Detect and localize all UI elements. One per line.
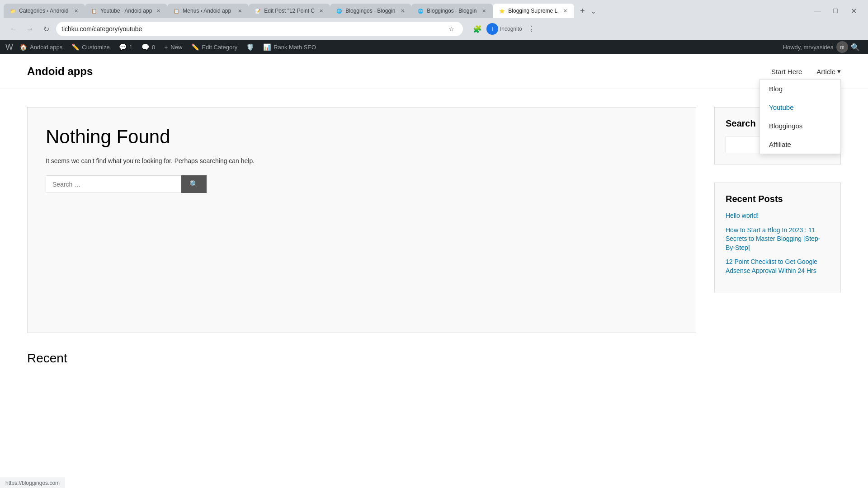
browser-tab-2[interactable]: 📋 Youtube - Andoid app ✕ bbox=[85, 4, 167, 18]
window-close-button[interactable]: ✕ bbox=[846, 4, 861, 18]
back-button[interactable]: ← bbox=[7, 23, 20, 35]
window-controls: — □ ✕ bbox=[810, 4, 864, 18]
avatar[interactable]: m bbox=[836, 41, 848, 53]
rankmath-icon: 📊 bbox=[263, 43, 271, 51]
tab-favicon-4: 📝 bbox=[254, 7, 261, 14]
wp-logo[interactable]: W bbox=[5, 42, 13, 52]
nav-article[interactable]: Article ▾ bbox=[816, 67, 841, 75]
nothing-found: Nothing Found It seems we can't find wha… bbox=[46, 126, 678, 193]
recent-posts-title: Recent Posts bbox=[726, 194, 830, 204]
content-area: Nothing Found It seems we can't find wha… bbox=[27, 107, 696, 333]
tab-close-1[interactable]: ✕ bbox=[72, 7, 80, 14]
dropdown-youtube[interactable]: Youtube bbox=[760, 98, 840, 117]
wp-comments-item[interactable]: 💬 1 bbox=[114, 40, 137, 54]
browser-tab-4[interactable]: 📝 Edit Post "12 Point C ✕ bbox=[249, 4, 330, 18]
recent-posts-widget: Recent Posts Hello world! How to Start a… bbox=[714, 183, 841, 292]
maximize-button[interactable]: □ bbox=[828, 4, 843, 18]
tab-close-4[interactable]: ✕ bbox=[317, 7, 325, 14]
new-tab-button[interactable]: + bbox=[576, 5, 589, 17]
home-icon: 🏠 bbox=[19, 43, 27, 51]
wp-customize-item[interactable]: ✏️ Customize bbox=[67, 40, 114, 54]
tab-close-5[interactable]: ✕ bbox=[399, 7, 406, 14]
content-search-button[interactable]: 🔍 bbox=[181, 175, 207, 193]
wp-edit-category-label: Edit Category bbox=[202, 44, 237, 51]
refresh-button[interactable]: ↻ bbox=[40, 23, 52, 35]
new-comment-icon: 🗨️ bbox=[142, 43, 149, 51]
article-dropdown-arrow: ▾ bbox=[837, 67, 841, 75]
tab-close-3[interactable]: ✕ bbox=[236, 7, 243, 14]
shield-icon: 🛡️ bbox=[246, 43, 254, 51]
nothing-found-text: It seems we can't find what you're looki… bbox=[46, 157, 678, 164]
main-layout: Nothing Found It seems we can't find wha… bbox=[0, 89, 868, 351]
recent-post-link-2[interactable]: How to Start a Blog In 2023 : 11 Secrets… bbox=[726, 226, 820, 251]
browser-tab-7[interactable]: ⭐ Blogging Supreme L ✕ bbox=[493, 4, 574, 18]
wp-new-comment-count: 0 bbox=[152, 44, 155, 51]
site-title: Andoid apps bbox=[27, 65, 93, 78]
wp-new-item[interactable]: + New bbox=[160, 40, 187, 54]
wp-admin-right: Howdy, mrvyasidea m 🔍 bbox=[783, 40, 863, 54]
address-icons: ☆ bbox=[445, 23, 458, 35]
browser-tab-6[interactable]: 🌐 Bloggingos - Bloggin ✕ bbox=[411, 4, 493, 18]
tab-overflow-button[interactable]: ⌄ bbox=[590, 7, 596, 15]
nav-start-here[interactable]: Start Here bbox=[771, 68, 802, 75]
browser-tab-3[interactable]: 📋 Menus ‹ Andoid app ✕ bbox=[167, 4, 249, 18]
tab-close-2[interactable]: ✕ bbox=[155, 7, 162, 14]
address-text: tichku.com/category/youtube bbox=[61, 25, 445, 33]
tab-title-3: Menus ‹ Andoid app bbox=[183, 8, 233, 14]
nav-start-here-label: Start Here bbox=[771, 68, 802, 75]
nav-article-label: Article bbox=[816, 68, 835, 75]
list-item: Hello world! bbox=[726, 211, 830, 221]
wp-rankmath-item[interactable]: 📊 Rank Math SEO bbox=[259, 40, 321, 54]
tab-title-1: Categories ‹ Android bbox=[19, 8, 70, 14]
extensions-icon[interactable]: 🧩 bbox=[470, 22, 485, 36]
dropdown-affiliate[interactable]: Affiliate bbox=[760, 135, 840, 154]
content-search-input[interactable] bbox=[46, 175, 181, 193]
tab-title-2: Youtube - Andoid app bbox=[100, 8, 152, 14]
wp-admin-bar: W 🏠 Andoid apps ✏️ Customize 💬 1 🗨️ 0 + … bbox=[0, 40, 868, 54]
list-item: How to Start a Blog In 2023 : 11 Secrets… bbox=[726, 226, 830, 253]
tab-title-7: Blogging Supreme L bbox=[508, 8, 559, 14]
wp-comments-count: 1 bbox=[129, 44, 132, 51]
tab-close-6[interactable]: ✕ bbox=[480, 7, 487, 14]
address-bar: ← → ↻ tichku.com/category/youtube ☆ 🧩 I … bbox=[0, 18, 868, 40]
wp-site-item[interactable]: 🏠 Andoid apps bbox=[15, 40, 67, 54]
tab-title-5: Bloggingos - Bloggin bbox=[345, 8, 396, 14]
wp-shield-item[interactable]: 🛡️ bbox=[242, 40, 259, 54]
wp-edit-category-item[interactable]: ✏️ Edit Category bbox=[187, 40, 242, 54]
recent-post-link-3[interactable]: 12 Point Checklist to Get Google Adsense… bbox=[726, 258, 817, 274]
status-bar: https://bloggingos.com bbox=[0, 478, 65, 488]
tab-favicon-1: 📁 bbox=[9, 7, 16, 14]
tab-bar: 📁 Categories ‹ Android ✕ 📋 Youtube - And… bbox=[0, 0, 868, 18]
minimize-button[interactable]: — bbox=[810, 4, 825, 18]
nothing-found-title: Nothing Found bbox=[46, 126, 678, 148]
browser-tab-1[interactable]: 📁 Categories ‹ Android ✕ bbox=[4, 4, 85, 18]
search-icon[interactable]: 🔍 bbox=[848, 40, 863, 54]
dropdown-blog[interactable]: Blog bbox=[760, 80, 840, 98]
wp-new-comment-item[interactable]: 🗨️ 0 bbox=[137, 40, 160, 54]
profile-button[interactable]: I bbox=[486, 23, 498, 35]
comments-icon: 💬 bbox=[119, 43, 127, 51]
howdy-text: Howdy, mrvyasidea bbox=[783, 44, 834, 51]
status-url: https://bloggingos.com bbox=[5, 480, 60, 486]
tab-favicon-3: 📋 bbox=[173, 7, 180, 14]
tab-close-7[interactable]: ✕ bbox=[561, 7, 569, 14]
wp-rankmath-label: Rank Math SEO bbox=[274, 44, 316, 51]
browser-tab-5[interactable]: 🌐 Bloggingos - Bloggin ✕ bbox=[330, 4, 411, 18]
plus-icon: + bbox=[164, 43, 168, 51]
address-bar-input[interactable]: tichku.com/category/youtube ☆ bbox=[56, 22, 463, 36]
tab-title-4: Edit Post "12 Point C bbox=[264, 8, 315, 14]
recent-post-link-1[interactable]: Hello world! bbox=[726, 212, 759, 219]
edit-category-icon: ✏️ bbox=[191, 43, 199, 51]
wp-new-label: New bbox=[170, 44, 182, 51]
howdy-label[interactable]: Howdy, mrvyasidea m bbox=[783, 41, 848, 53]
bookmark-icon[interactable]: ☆ bbox=[445, 23, 458, 35]
forward-button[interactable]: → bbox=[24, 23, 36, 35]
recent-posts-list: Hello world! How to Start a Blog In 2023… bbox=[726, 211, 830, 276]
browser-chrome: 📁 Categories ‹ Android ✕ 📋 Youtube - And… bbox=[0, 0, 868, 40]
browser-toolbar-right: 🧩 I Incognito ⋮ bbox=[470, 22, 538, 36]
recent-section-heading: Recent bbox=[0, 351, 868, 375]
dropdown-bloggingos[interactable]: Bloggingos bbox=[760, 117, 840, 135]
article-dropdown: Blog Youtube Bloggingos Affiliate bbox=[760, 79, 841, 154]
site: Andoid apps Start Here Article ▾ Blog Yo… bbox=[0, 54, 868, 488]
browser-menu-button[interactable]: ⋮ bbox=[524, 22, 538, 36]
